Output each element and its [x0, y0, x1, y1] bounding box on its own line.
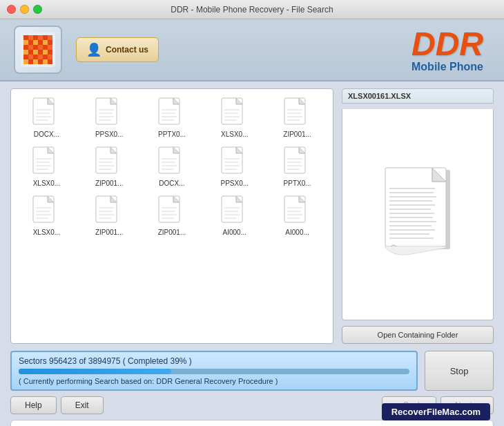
- progress-bar-fill: [19, 369, 171, 374]
- file-label: DOCX...: [28, 130, 66, 138]
- preview-box: [342, 109, 494, 320]
- titlebar: DDR - Mobile Phone Recovery - File Searc…: [0, 0, 504, 19]
- file-icon: [32, 146, 60, 178]
- progress-info-box: Sectors 956423 of 3894975 ( Completed 39…: [10, 351, 418, 391]
- file-label: PPTX0...: [153, 130, 191, 138]
- file-icon: [221, 97, 249, 129]
- main-content: DOCX... PPSX0... PPTX0... XLSX0... ZIP00…: [0, 81, 504, 351]
- file-item[interactable]: PPTX0...: [267, 144, 327, 190]
- file-icon: [158, 195, 186, 227]
- svg-rect-10: [38, 40, 43, 45]
- brand-ddr: DDR: [411, 28, 483, 61]
- file-item[interactable]: DOCX...: [142, 144, 202, 190]
- file-label: PPSX0...: [215, 180, 253, 187]
- info-bar: To stop recovery, click on 'Stop' Button…: [10, 420, 494, 426]
- svg-rect-13: [23, 45, 28, 50]
- svg-rect-1: [23, 35, 28, 40]
- header: 👤 Contact us DDR Mobile Phone: [0, 19, 504, 81]
- help-button[interactable]: Help: [10, 396, 57, 414]
- file-label: ZIP001...: [90, 180, 128, 187]
- file-label: ZIP001...: [278, 130, 316, 138]
- file-item[interactable]: PPSX0...: [79, 95, 139, 141]
- open-folder-button[interactable]: Open Containing Folder: [342, 326, 494, 344]
- svg-rect-11: [43, 40, 48, 45]
- svg-rect-28: [38, 55, 43, 59]
- file-icon: [95, 195, 123, 227]
- file-item[interactable]: ZIP001...: [267, 95, 327, 141]
- svg-rect-16: [38, 45, 43, 50]
- file-item[interactable]: PPSX0...: [204, 144, 264, 190]
- svg-rect-18: [48, 45, 52, 50]
- titlebar-buttons: [7, 5, 42, 14]
- svg-rect-9: [33, 40, 38, 45]
- logo-icon: [21, 32, 55, 67]
- file-label: XLSX0...: [215, 130, 253, 138]
- file-grid-container: DOCX... PPSX0... PPTX0... XLSX0... ZIP00…: [10, 88, 333, 344]
- file-icon: [32, 97, 60, 129]
- file-item[interactable]: PPTX0...: [142, 95, 202, 141]
- svg-rect-23: [43, 50, 48, 55]
- svg-rect-34: [38, 59, 43, 64]
- file-item[interactable]: ZIP001...: [79, 144, 139, 190]
- file-item[interactable]: ZIP001...: [79, 193, 139, 239]
- file-icon: [95, 146, 123, 178]
- contact-label: Contact us: [106, 45, 148, 55]
- exit-button[interactable]: Exit: [61, 396, 104, 414]
- svg-rect-27: [33, 55, 38, 59]
- svg-rect-17: [43, 45, 48, 50]
- contact-button[interactable]: 👤 Contact us: [76, 37, 159, 62]
- file-icon: [32, 195, 60, 227]
- brand-area: DDR Mobile Phone: [411, 28, 483, 73]
- contact-icon: 👤: [86, 42, 101, 57]
- svg-rect-25: [23, 55, 28, 59]
- file-item[interactable]: AI000...: [267, 193, 327, 239]
- file-item[interactable]: XLSX0...: [17, 193, 77, 239]
- file-label: XLSX0...: [28, 229, 66, 236]
- svg-rect-31: [23, 59, 28, 64]
- svg-rect-24: [48, 50, 52, 55]
- preview-document: [380, 166, 456, 263]
- window-title: DDR - Mobile Phone Recovery - File Searc…: [171, 5, 333, 14]
- progress-text2: ( Currently performing Search based on: …: [19, 377, 409, 385]
- svg-rect-12: [48, 40, 52, 45]
- file-label: XLSX0...: [28, 180, 66, 187]
- svg-rect-5: [43, 35, 48, 40]
- file-item[interactable]: ZIP001...: [142, 193, 202, 239]
- file-label: PPSX0...: [90, 130, 128, 138]
- file-icon: [221, 195, 249, 227]
- file-item[interactable]: DOCX...: [17, 95, 77, 141]
- svg-rect-32: [28, 59, 33, 64]
- app-logo: [14, 26, 62, 74]
- minimize-button[interactable]: [20, 5, 29, 14]
- svg-rect-21: [33, 50, 38, 55]
- file-icon: [158, 146, 186, 178]
- svg-rect-7: [23, 40, 28, 45]
- file-grid: DOCX... PPSX0... PPTX0... XLSX0... ZIP00…: [17, 95, 327, 239]
- svg-rect-30: [48, 55, 52, 59]
- file-item[interactable]: XLSX0...: [204, 95, 264, 141]
- svg-rect-15: [33, 45, 38, 50]
- progress-bar-track: [19, 369, 409, 374]
- file-item[interactable]: AI000...: [204, 193, 264, 239]
- progress-section: Sectors 956423 of 3894975 ( Completed 39…: [10, 351, 494, 391]
- svg-rect-26: [28, 55, 33, 59]
- file-icon: [284, 195, 311, 227]
- file-label: ZIP001...: [153, 229, 191, 236]
- progress-row: Sectors 956423 of 3894975 ( Completed 39…: [10, 351, 494, 391]
- file-icon: [95, 97, 123, 129]
- file-icon: [158, 97, 186, 129]
- svg-rect-20: [28, 50, 33, 55]
- svg-rect-3: [33, 35, 38, 40]
- maximize-button[interactable]: [33, 5, 42, 14]
- file-label: AI000...: [215, 229, 253, 236]
- stop-button[interactable]: Stop: [425, 351, 494, 391]
- svg-rect-33: [33, 59, 38, 64]
- brand-mobile: Mobile Phone: [411, 61, 483, 73]
- file-label: PPTX0...: [278, 180, 316, 187]
- svg-rect-36: [48, 59, 52, 64]
- svg-rect-14: [28, 45, 33, 50]
- close-button[interactable]: [7, 5, 16, 14]
- svg-rect-8: [28, 40, 33, 45]
- svg-rect-4: [38, 35, 43, 40]
- file-item[interactable]: XLSX0...: [17, 144, 77, 190]
